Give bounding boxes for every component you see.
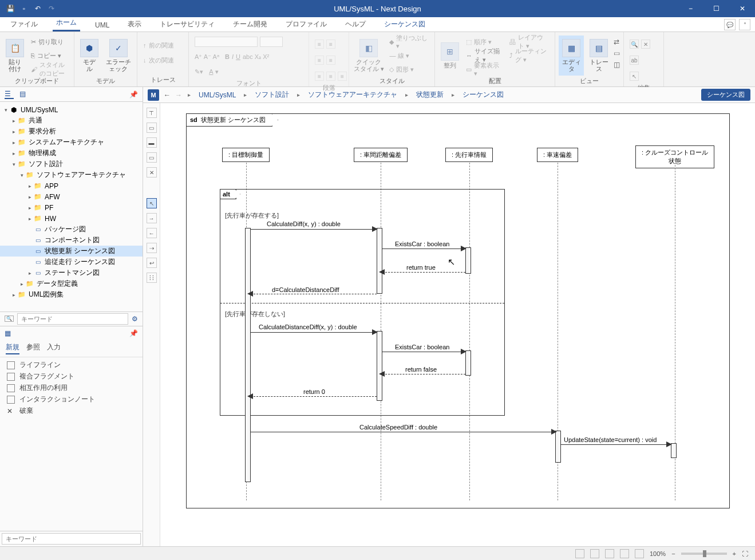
status-view-5-icon[interactable] [635, 549, 644, 558]
status-view-1-icon[interactable] [575, 549, 584, 558]
toolbox-tab-ref[interactable]: 参照 [26, 342, 40, 354]
lifeline-1[interactable]: : 目標制御量 [222, 148, 270, 162]
toolbox-tab-input[interactable]: 入力 [47, 342, 61, 354]
prev-relation-button[interactable]: ↑ 前の関連 [141, 39, 176, 52]
trace-view-button[interactable]: ▤トレース [586, 36, 611, 76]
model-button[interactable]: ⬢モデル [78, 36, 101, 76]
tree-item[interactable]: ▭パッケージ図 [0, 224, 143, 235]
activation[interactable] [555, 431, 561, 463]
toolbox-tab-new[interactable]: 新規 [6, 342, 19, 354]
tree-item[interactable]: ▸📁要求分析 [0, 126, 143, 137]
tree-item[interactable]: ▸▭ステートマシン図 [0, 267, 143, 278]
zoom-level[interactable]: 100% [650, 550, 666, 557]
vtool-async-icon[interactable]: ᎒᎒ [147, 273, 157, 283]
line-button[interactable]: — 線 ▾ [387, 49, 431, 62]
tab-help[interactable]: ヘルプ [342, 17, 369, 31]
maximize-icon[interactable]: ☐ [703, 0, 729, 17]
element-display-button[interactable]: ▭ 要素表示 ▾ [464, 63, 505, 76]
tree-root[interactable]: ▾⬢UML/SysML [0, 104, 143, 115]
vtool-dash-arrow-icon[interactable]: ⇢ [147, 243, 157, 253]
status-view-2-icon[interactable] [590, 549, 599, 558]
shape-button[interactable]: ◇ 図形 ▾ [387, 63, 431, 76]
error-check-button[interactable]: ✓エラーチェック [103, 36, 133, 76]
diagram-type-chip[interactable]: シーケンス図 [701, 89, 750, 101]
undo-icon[interactable]: ↶ [33, 4, 42, 13]
align-button[interactable]: ⊞整列 [438, 36, 461, 76]
minimize-icon[interactable]: − [678, 0, 703, 17]
zoom-in-button[interactable]: + [733, 550, 736, 557]
format-painter-button[interactable]: 🖌 スタイルのコピー [29, 63, 70, 76]
fit-screen-icon[interactable]: ⛶ [742, 550, 748, 557]
tab-profile[interactable]: プロファイル [282, 17, 330, 31]
tree-item[interactable]: ▭追従走行 シーケンス図 [0, 257, 143, 267]
tree-item[interactable]: ▸📁AFW [0, 191, 143, 202]
outline-tab-icon[interactable]: ▤ [19, 90, 29, 99]
breadcrumb-item[interactable]: ソフト設計 [252, 90, 291, 100]
tree-item-selected[interactable]: ▭状態更新 シーケンス図 [0, 246, 143, 257]
tree-item[interactable]: ▸📁PF [0, 202, 143, 213]
tool-combined-fragment[interactable]: 複合フラグメント [0, 371, 143, 382]
close-icon[interactable]: ✕ [729, 0, 755, 17]
tree-item[interactable]: ▸📁HW [0, 213, 143, 224]
activation[interactable] [377, 228, 382, 294]
activation[interactable] [377, 331, 382, 401]
font-family-select[interactable] [195, 37, 258, 47]
font-size-select[interactable] [260, 37, 283, 47]
vtool-4-icon[interactable]: ▭ [147, 152, 157, 163]
tree-tab-icon[interactable]: ☰ [5, 90, 14, 99]
cut-button[interactable]: ✂ 切り取り [29, 36, 70, 48]
tree-item[interactable]: ▸📁共通 [0, 115, 143, 126]
breadcrumb-item[interactable]: 状態更新 [414, 90, 446, 100]
collapse-ribbon-icon[interactable]: ˄ [739, 19, 750, 30]
feedback-icon[interactable]: 💬 [724, 19, 736, 30]
activation[interactable] [245, 228, 251, 482]
view-toggle-3-icon[interactable]: ◫ [614, 61, 620, 69]
size-align-button[interactable]: ↔ サイズ揃え ▾ [464, 49, 505, 62]
editor-view-button[interactable]: ▦エディタ [559, 36, 584, 76]
tool-interaction-note[interactable]: インタラクションノート [0, 394, 143, 405]
breadcrumb-item[interactable]: シーケンス図 [460, 90, 506, 100]
nav-back-icon[interactable]: ← [164, 91, 171, 99]
vtool-5-icon[interactable]: ✕ [147, 167, 157, 178]
vtool-pointer-icon[interactable]: ↖ [147, 198, 157, 208]
paste-button[interactable]: 📋貼り付け [3, 36, 26, 76]
search-option-icon[interactable]: ⚙ [132, 315, 138, 323]
alt-fragment[interactable]: alt [先行車が存在する] [先行車が存在しない] [220, 189, 505, 416]
next-relation-button[interactable]: ↓ 次の関連 [141, 54, 176, 66]
vtool-3-icon[interactable]: ▬ [147, 137, 157, 148]
tab-team[interactable]: チーム開発 [230, 17, 271, 31]
tool-interaction-use[interactable]: 相互作用の利用 [0, 382, 143, 394]
view-toggle-1-icon[interactable]: ⇄ [614, 38, 620, 46]
view-toggle-2-icon[interactable]: ▭ [614, 49, 620, 57]
quick-style-button[interactable]: ◧クイック スタイル ▾ [353, 36, 385, 76]
order-button[interactable]: ⬚ 順序 ▾ [464, 36, 505, 48]
lifeline-2[interactable]: : 車間距離偏差 [354, 148, 408, 162]
replace-icon[interactable]: ab [630, 56, 639, 65]
layout-button[interactable]: 品 レイアウト ▾ [507, 36, 551, 48]
tree-item[interactable]: ▾📁ソフトウェアアーキテクチャ [0, 169, 143, 180]
vtool-arrow-left-icon[interactable]: ← [147, 228, 157, 238]
lifeline-3[interactable]: : 先行車情報 [445, 148, 493, 162]
zoom-out-button[interactable]: − [671, 550, 675, 557]
tree-item[interactable]: ▸📁データ型定義 [0, 278, 143, 289]
tree-item[interactable]: ▸📁システムアーキテクチャ [0, 137, 143, 148]
copy-button[interactable]: ⎘ コピー ▾ [29, 49, 70, 62]
status-view-4-icon[interactable] [620, 549, 629, 558]
toolbox-pin-icon[interactable]: 📌 [129, 329, 138, 337]
status-view-3-icon[interactable] [605, 549, 614, 558]
tab-uml[interactable]: UML [92, 19, 113, 31]
model-home-button[interactable]: M [148, 89, 159, 101]
vtool-1-icon[interactable]: ⊤ [147, 108, 157, 118]
tab-view[interactable]: 表示 [124, 17, 145, 31]
sidebar-pin-icon[interactable]: 📌 [129, 90, 138, 98]
keyword-input[interactable] [2, 533, 141, 545]
lifeline-4[interactable]: : 車速偏差 [537, 148, 578, 162]
save-icon[interactable]: 💾 [6, 4, 15, 13]
tab-trace[interactable]: トレーサビリティ [156, 17, 218, 31]
delete-icon[interactable]: ✕ [641, 40, 650, 49]
routing-button[interactable]: ⤴ ルーティング ▾ [507, 49, 551, 62]
search-input[interactable] [17, 313, 128, 325]
tree-item[interactable]: ▸📁UML図例集 [0, 289, 143, 300]
vtool-arrow-right-icon[interactable]: → [147, 213, 157, 223]
tree-item[interactable]: ▸📁APP [0, 180, 143, 191]
